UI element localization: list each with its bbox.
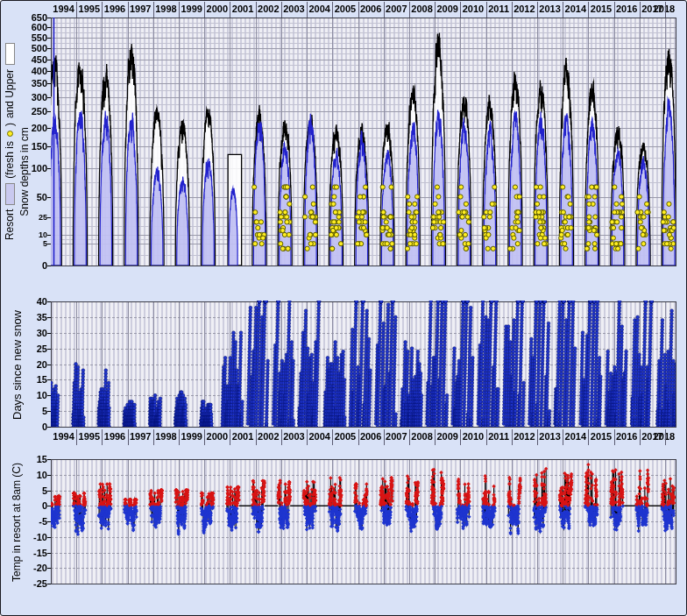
year-label-top-2003: 2003 [281, 3, 307, 15]
days-tick-10: 10 [18, 391, 47, 400]
year-separator [384, 429, 385, 445]
fresh-label-close: ) [4, 123, 16, 126]
year-separator [230, 429, 230, 445]
snow-tick-250: 250 [18, 107, 47, 117]
year-label-top-2009: 2009 [435, 3, 460, 15]
year-label-mid-2008: 2008 [409, 430, 435, 443]
year-label-top-2005: 2005 [332, 3, 358, 15]
year-label-top-1997: 1997 [128, 3, 153, 15]
year-label-mid-2007: 2007 [384, 430, 409, 443]
snow-tick-350: 350 [18, 79, 47, 89]
snow-tick-5: 5 [18, 240, 47, 248]
snow-tick-50: 50 [18, 193, 47, 202]
year-separator [204, 429, 205, 445]
year-label-top-2018: 2018 [653, 3, 676, 15]
year-label-mid-1994: 1994 [51, 430, 76, 443]
year-separator [179, 2, 180, 18]
year-separator [256, 2, 257, 18]
year-separator [307, 2, 308, 18]
year-separator [665, 429, 666, 445]
year-label-top-2006: 2006 [358, 3, 384, 15]
snow-tick-100: 100 [18, 164, 47, 173]
year-label-mid-2009: 2009 [435, 430, 460, 443]
fresh-snow-dot-icon [7, 131, 13, 137]
year-label-top-2000: 2000 [204, 3, 230, 15]
year-separator [332, 429, 333, 445]
year-label-top-2013: 2013 [537, 3, 563, 15]
year-label-mid-1996: 1996 [102, 430, 127, 443]
resort-label: Resort [4, 209, 16, 240]
year-label-top-2002: 2002 [256, 3, 281, 15]
year-separator [358, 2, 359, 18]
year-label-top-2011: 2011 [486, 3, 512, 15]
year-label-mid-2001: 2001 [230, 430, 255, 443]
year-separator [76, 2, 77, 18]
year-label-top-1998: 1998 [153, 3, 179, 15]
snow-tick-500: 500 [18, 44, 47, 53]
year-separator [460, 2, 461, 18]
year-separator [204, 2, 205, 18]
year-separator [230, 2, 230, 18]
year-label-mid-2018: 2018 [653, 430, 676, 443]
days-tick-25: 25 [18, 344, 47, 354]
year-label-top-1999: 1999 [179, 3, 204, 15]
year-separator [256, 429, 257, 445]
year-label-mid-2013: 2013 [537, 430, 563, 443]
temp-tick--10: -10 [18, 533, 47, 542]
days-tick-30: 30 [18, 329, 47, 338]
year-label-top-2001: 2001 [230, 3, 255, 15]
year-separator [614, 2, 615, 18]
year-label-mid-2004: 2004 [307, 430, 332, 443]
year-separator [486, 429, 487, 445]
year-separator [281, 429, 282, 445]
temp-tick-15: 15 [18, 455, 47, 464]
year-separator [128, 429, 129, 445]
year-label-top-2015: 2015 [588, 3, 613, 15]
year-separator [512, 429, 513, 445]
year-separator [128, 2, 129, 18]
days-tick-40: 40 [18, 297, 47, 307]
days-tick-15: 15 [18, 375, 47, 385]
days-tick-0: 0 [18, 422, 47, 432]
snow-tick-400: 400 [18, 67, 47, 76]
snow-tick-300: 300 [18, 93, 47, 103]
year-separator [409, 2, 410, 18]
snow-tick-25: 25 [18, 214, 47, 222]
year-label-mid-1995: 1995 [76, 430, 102, 443]
year-separator [384, 2, 385, 18]
year-separator [588, 2, 589, 18]
year-separator [537, 2, 538, 18]
year-label-mid-2012: 2012 [512, 430, 537, 443]
year-label-mid-2011: 2011 [486, 430, 512, 443]
year-separator [640, 2, 641, 18]
year-separator [102, 2, 103, 18]
year-label-mid-2005: 2005 [332, 430, 358, 443]
year-label-mid-2006: 2006 [358, 430, 384, 443]
days-tick-5: 5 [18, 407, 47, 416]
snow-tick-650: 650 [18, 13, 47, 23]
year-separator [563, 2, 563, 18]
year-separator [435, 2, 436, 18]
snow-tick-600: 600 [18, 23, 47, 32]
year-label-mid-1999: 1999 [179, 430, 204, 443]
year-label-top-1995: 1995 [76, 3, 102, 15]
year-separator [537, 429, 538, 445]
temp-tick-5: 5 [18, 486, 47, 496]
year-label-mid-1997: 1997 [128, 430, 153, 443]
year-separator [307, 429, 308, 445]
year-label-top-1994: 1994 [51, 3, 76, 15]
year-separator [435, 429, 436, 445]
year-separator [409, 429, 410, 445]
year-label-mid-2015: 2015 [588, 430, 613, 443]
year-separator [179, 429, 180, 445]
year-label-top-2004: 2004 [307, 3, 332, 15]
year-label-mid-2016: 2016 [614, 430, 640, 443]
year-label-top-2014: 2014 [563, 3, 588, 15]
snow-axis-title-outer: Resort (fresh is ) and Upper [3, 17, 17, 266]
snow-tick-0: 0 [18, 261, 47, 271]
year-label-mid-2014: 2014 [563, 430, 588, 443]
year-label-top-2012: 2012 [512, 3, 537, 15]
year-separator [153, 2, 154, 18]
temp-tick-0: 0 [18, 501, 47, 511]
year-label-top-2007: 2007 [384, 3, 409, 15]
